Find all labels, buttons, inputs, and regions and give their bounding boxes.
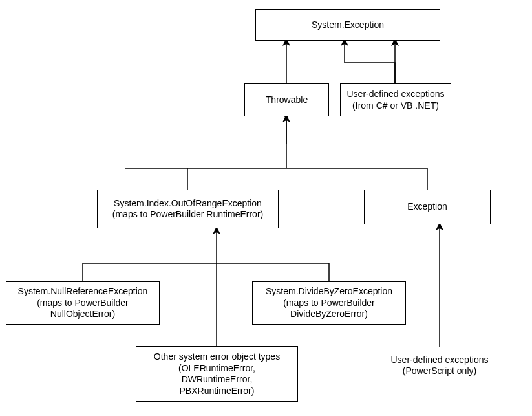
node-null-reference-exception: System.NullReferenceException (maps to P… [6, 281, 160, 325]
node-label: Other system error object types [154, 351, 280, 363]
node-label: System.DivideByZeroException [266, 286, 392, 298]
node-label: (OLERuntimeError, [154, 363, 280, 375]
node-label: System.Exception [312, 19, 384, 31]
diagram-canvas: System.Exception Throwable User-defined … [0, 0, 532, 416]
node-label: (maps to PowerBuilder [18, 298, 148, 309]
node-exception: Exception [364, 190, 491, 224]
node-label: (maps to PowerBuilder RuntimeError) [112, 209, 263, 221]
node-label: System.Index.OutOfRangeException [112, 198, 263, 210]
node-label: DWRuntimeError, [154, 374, 280, 386]
node-divide-by-zero-exception: System.DivideByZeroException (maps to Po… [252, 281, 406, 325]
node-system-exception: System.Exception [255, 9, 440, 41]
node-system-index-outofrange: System.Index.OutOfRangeException (maps t… [97, 190, 279, 228]
node-label: Throwable [266, 94, 308, 106]
node-label: PBXRuntimeError) [154, 386, 280, 397]
node-user-defined-net: User-defined exceptions (from C# or VB .… [340, 83, 451, 116]
node-label: User-defined exceptions [347, 89, 445, 100]
node-throwable: Throwable [244, 83, 329, 116]
node-label: DivideByZeroError) [266, 309, 392, 320]
node-label: Exception [407, 201, 447, 213]
node-label: System.NullReferenceException [18, 286, 148, 298]
node-label: User-defined exceptions [391, 355, 489, 366]
node-label: NullObjectError) [18, 309, 148, 320]
node-label: (PowerScript only) [391, 366, 489, 377]
node-other-system-errors: Other system error object types (OLERunt… [136, 346, 298, 402]
node-user-defined-powerscript: User-defined exceptions (PowerScript onl… [374, 347, 505, 384]
node-label: (from C# or VB .NET) [347, 100, 445, 112]
node-label: (maps to PowerBuilder [266, 298, 392, 309]
